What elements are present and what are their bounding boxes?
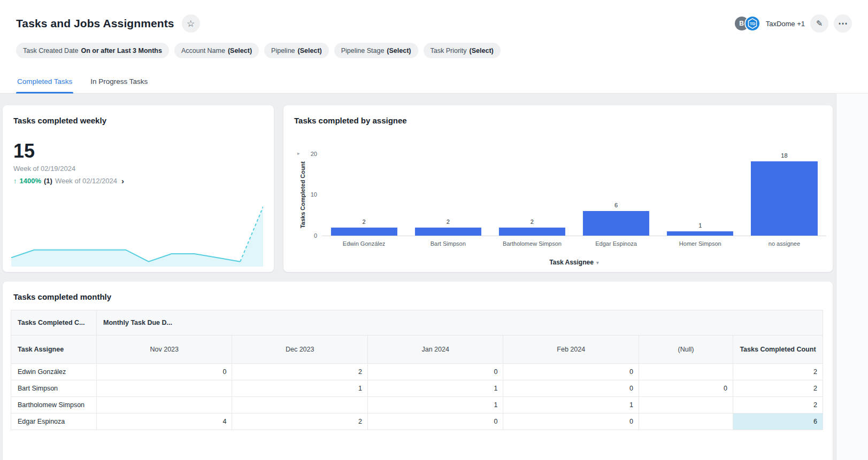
delta-percent: 1400% (20, 177, 41, 185)
filter-chip-task-created-date[interactable]: Task Created Date On or after Last 3 Mon… (16, 43, 169, 58)
row-label-cell[interactable]: Bartholomew Simpson (11, 397, 97, 414)
value-cell[interactable]: 0 (503, 380, 639, 397)
assignee-card-title: Tasks completed by assignee (283, 105, 833, 125)
bar[interactable] (751, 161, 817, 236)
tab-completed-tasks[interactable]: Completed Tasks (16, 71, 73, 93)
taxdome-logo-avatar: TD (744, 15, 761, 32)
value-cell[interactable]: 2 (733, 364, 823, 380)
bar[interactable] (583, 211, 649, 236)
bar-column[interactable]: 6Edgar Espinoza (574, 154, 658, 236)
y-axis-title: Tasks Completed Count (299, 161, 306, 228)
taxdome-logo-text: TD (749, 21, 755, 26)
filter-value: (Select) (387, 47, 411, 54)
filter-chip-task-priority[interactable]: Task Priority (Select) (424, 43, 501, 58)
value-cell[interactable] (97, 380, 232, 397)
bar[interactable] (331, 228, 397, 236)
bar[interactable] (667, 231, 733, 236)
column-header[interactable]: Jan 2024 (367, 336, 503, 364)
row-label-cell[interactable]: Edwin González (11, 364, 97, 380)
table-row: Edwin González02002 (11, 364, 823, 380)
column-header[interactable]: Nov 2023 (97, 336, 232, 364)
column-header[interactable]: Tasks Completed Count (733, 336, 823, 364)
delta-previous-value: (1) (44, 177, 52, 185)
weekly-card: Tasks completed weekly 15 Week of 02/19/… (3, 105, 274, 272)
chevron-right-icon[interactable]: › (121, 176, 124, 185)
bar-plot[interactable]: 20 10 0 2Edwin González2Bart Simpson2Bar… (322, 154, 826, 236)
value-cell[interactable]: 2 (733, 380, 823, 397)
dashboard-canvas: Tasks completed weekly 15 Week of 02/19/… (0, 93, 836, 460)
bar[interactable] (499, 228, 565, 236)
table-row: Bart Simpson11002 (11, 380, 823, 397)
value-cell[interactable]: 1 (367, 380, 503, 397)
weekly-card-title: Tasks completed weekly (3, 105, 274, 125)
weekly-sparkline[interactable] (11, 201, 263, 267)
bar-value-label: 6 (574, 202, 658, 208)
arrow-up-icon: ↑ (13, 177, 17, 185)
filter-chip-pipeline[interactable]: Pipeline (Select) (264, 43, 329, 58)
group-header[interactable]: Monthly Task Due D... (97, 310, 823, 336)
assignee-card: Tasks completed by assignee ▸ Tasks Comp… (283, 105, 833, 272)
value-cell[interactable] (639, 414, 733, 430)
bar[interactable] (415, 228, 481, 236)
bar-category-label: Edgar Espinoza (574, 240, 658, 247)
row-dimension-header[interactable]: Task Assignee (11, 336, 97, 364)
tab-in-progress-tasks[interactable]: In Progress Tasks (89, 71, 149, 93)
monthly-card-title: Tasks completed monthly (3, 282, 833, 301)
value-cell[interactable]: 2 (232, 414, 367, 430)
value-cell[interactable]: 0 (367, 364, 503, 380)
bar-column[interactable]: 1Homer Simpson (658, 154, 742, 236)
filter-chip-account-name[interactable]: Account Name (Select) (174, 43, 259, 58)
dashboard-header: Tasks and Jobs Assignments ☆ B TD TaxDom… (0, 0, 868, 58)
bar-category-label: Edwin González (322, 240, 406, 247)
shared-avatars[interactable]: B TD (735, 15, 761, 32)
value-cell[interactable]: 0 (639, 380, 733, 397)
value-cell[interactable] (639, 364, 733, 380)
value-cell[interactable]: 1 (503, 397, 639, 414)
value-cell[interactable]: 1 (367, 397, 503, 414)
value-cell[interactable]: 0 (503, 414, 639, 430)
column-header[interactable]: (Null) (639, 336, 733, 364)
star-icon: ☆ (187, 18, 195, 29)
value-cell[interactable]: 0 (97, 364, 232, 380)
filter-label: Task Priority (431, 47, 467, 54)
edit-button[interactable]: ✎ (810, 14, 828, 33)
filter-value: (Select) (298, 47, 322, 54)
row-label-cell[interactable]: Edgar Espinoza (11, 414, 97, 430)
y-tick: 0 (314, 232, 317, 239)
value-cell[interactable] (232, 397, 367, 414)
x-axis-title[interactable]: Task Assignee▾ (322, 259, 826, 266)
bar-value-label: 1 (658, 222, 742, 229)
delta-previous-period: Week of 02/12/2024 (55, 177, 117, 185)
column-header[interactable]: Dec 2023 (232, 336, 367, 364)
filter-chip-pipeline-stage[interactable]: Pipeline Stage (Select) (334, 43, 418, 58)
filter-value: On or after Last 3 Months (81, 47, 162, 54)
value-cell[interactable] (97, 397, 232, 414)
value-cell[interactable] (639, 397, 733, 414)
value-cell[interactable]: 2 (733, 397, 823, 414)
value-cell[interactable]: 6 (733, 414, 823, 430)
filter-label: Account Name (181, 47, 225, 54)
bar-column[interactable]: 2Bart Simpson (406, 154, 490, 236)
filter-label: Task Created Date (23, 47, 79, 54)
bar-value-label: 2 (490, 219, 574, 225)
value-cell[interactable]: 0 (503, 364, 639, 380)
x-axis-title-label: Task Assignee (549, 259, 594, 266)
value-cell[interactable]: 2 (232, 364, 367, 380)
table-row: Edgar Espinoza42006 (11, 414, 823, 430)
value-cell[interactable]: 4 (97, 414, 232, 430)
value-cell[interactable]: 0 (367, 414, 503, 430)
bar-column[interactable]: 2Edwin González (322, 154, 406, 236)
bar-column[interactable]: 2Bartholomew Simpson (490, 154, 574, 236)
column-header[interactable]: Feb 2024 (503, 336, 639, 364)
bar-column[interactable]: 18no assignee (742, 154, 826, 236)
more-options-button[interactable]: ⋯ (834, 14, 852, 33)
row-label-cell[interactable]: Bart Simpson (11, 380, 97, 397)
bar-category-label: no assignee (742, 240, 826, 247)
measure-header[interactable]: Tasks Completed C... (11, 310, 97, 336)
favorite-star-button[interactable]: ☆ (182, 14, 200, 33)
ellipsis-icon: ⋯ (838, 18, 848, 29)
value-cell[interactable]: 1 (232, 380, 367, 397)
monthly-card: Tasks completed monthly Tasks Completed … (3, 282, 833, 460)
pencil-icon: ✎ (816, 19, 823, 28)
table-row: Bartholomew Simpson112 (11, 397, 823, 414)
